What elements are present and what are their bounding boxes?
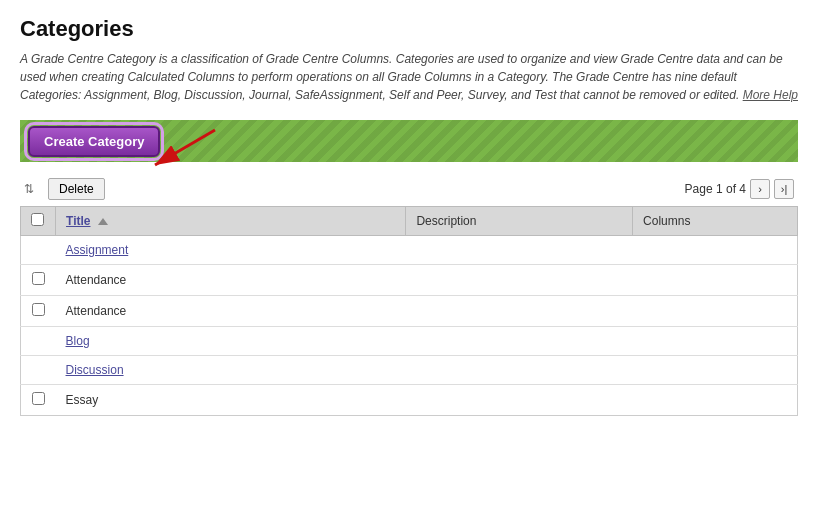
pagination-last-button[interactable]: ›|: [774, 179, 794, 199]
row-checkbox-cell: [21, 265, 56, 296]
select-all-checkbox[interactable]: [31, 213, 44, 226]
create-category-button[interactable]: Create Category: [28, 126, 160, 157]
row-columns-cell: [633, 385, 798, 416]
row-title-link[interactable]: Discussion: [66, 363, 124, 377]
header-title-col[interactable]: Title: [56, 207, 406, 236]
row-description-cell: [406, 265, 633, 296]
row-checkbox-cell: [21, 327, 56, 356]
table-body: AssignmentAttendanceAttendanceBlogDiscus…: [21, 236, 798, 416]
header-checkbox-col: [21, 207, 56, 236]
more-help-link[interactable]: More Help: [743, 88, 798, 102]
title-sort-link[interactable]: Title: [66, 214, 90, 228]
row-title-link[interactable]: Assignment: [66, 243, 129, 257]
row-checkbox[interactable]: [32, 272, 45, 285]
table-row: Discussion: [21, 356, 798, 385]
row-description-cell: [406, 327, 633, 356]
pagination-next-button[interactable]: ›: [750, 179, 770, 199]
table-row: Essay: [21, 385, 798, 416]
row-title-cell[interactable]: Assignment: [56, 236, 406, 265]
row-columns-cell: [633, 265, 798, 296]
row-checkbox-cell: [21, 356, 56, 385]
row-description-cell: [406, 296, 633, 327]
row-description-cell: [406, 356, 633, 385]
row-columns-cell: [633, 296, 798, 327]
table-row: Assignment: [21, 236, 798, 265]
row-checkbox[interactable]: [32, 303, 45, 316]
pagination-text: Page 1 of 4: [685, 182, 746, 196]
row-checkbox-cell: [21, 236, 56, 265]
table-controls: ⇅ Delete Page 1 of 4 › ›|: [20, 178, 798, 200]
row-checkbox-cell: [21, 385, 56, 416]
row-checkbox[interactable]: [32, 392, 45, 405]
row-title-cell: Attendance: [56, 265, 406, 296]
categories-table: Title Description Columns AssignmentAtte…: [20, 206, 798, 416]
header-columns-col: Columns: [633, 207, 798, 236]
row-title-link[interactable]: Blog: [66, 334, 90, 348]
page-title: Categories: [20, 16, 798, 42]
header-description-col: Description: [406, 207, 633, 236]
table-header-row: Title Description Columns: [21, 207, 798, 236]
row-description-cell: [406, 236, 633, 265]
row-columns-cell: [633, 356, 798, 385]
table-row: Attendance: [21, 296, 798, 327]
pagination: Page 1 of 4 › ›|: [685, 179, 794, 199]
row-title-cell: Attendance: [56, 296, 406, 327]
row-title-cell: Essay: [56, 385, 406, 416]
page-wrapper: Categories A Grade Centre Category is a …: [0, 0, 818, 432]
row-description-cell: [406, 385, 633, 416]
page-description: A Grade Centre Category is a classificat…: [20, 50, 798, 104]
delete-button[interactable]: Delete: [48, 178, 105, 200]
toolbar-bar: Create Category: [20, 120, 798, 162]
title-sort-arrow: [98, 218, 108, 225]
svg-line-1: [155, 130, 215, 165]
sort-icon: ⇅: [24, 182, 34, 196]
row-checkbox-cell: [21, 296, 56, 327]
row-title-cell[interactable]: Blog: [56, 327, 406, 356]
row-title-cell[interactable]: Discussion: [56, 356, 406, 385]
table-row: Attendance: [21, 265, 798, 296]
table-controls-left: ⇅ Delete: [24, 178, 105, 200]
row-columns-cell: [633, 236, 798, 265]
row-columns-cell: [633, 327, 798, 356]
table-row: Blog: [21, 327, 798, 356]
